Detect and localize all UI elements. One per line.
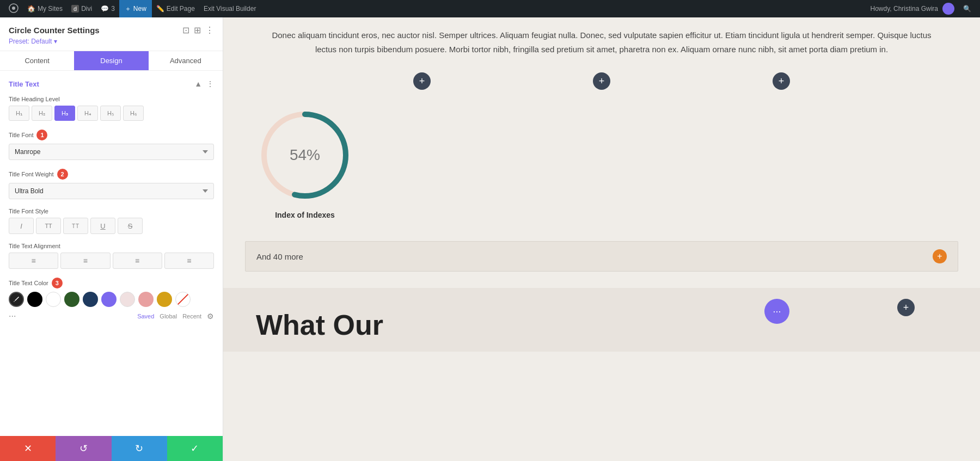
divi-menu[interactable]: d Divi <box>67 0 96 17</box>
panel-footer: ✕ ↺ ↻ ✓ <box>0 436 223 461</box>
navy-swatch[interactable] <box>83 292 98 307</box>
heading-btn-h2[interactable]: H₂ <box>32 106 52 121</box>
home-icon: 🏠 <box>27 5 35 13</box>
undo-button[interactable]: ↺ <box>56 436 111 461</box>
eyedropper-swatch[interactable] <box>9 292 24 307</box>
divi-icon: d <box>71 5 79 13</box>
comments-menu[interactable]: 💬 3 <box>96 0 119 17</box>
step3-badge: 3 <box>52 278 63 288</box>
red-stroke-swatch[interactable] <box>175 292 191 307</box>
monospace-btn[interactable]: TT <box>36 218 61 234</box>
counter-label: Index of Indexes <box>275 211 335 219</box>
user-info: Howdy, Christina Gwira 🔍 <box>866 3 976 15</box>
global-label[interactable]: Global <box>160 313 177 319</box>
tab-advanced[interactable]: Advanced <box>149 51 223 70</box>
align-right-btn[interactable]: ≡ <box>113 253 162 269</box>
panel-title-icons: ⊡ ⊞ ⋮ <box>182 25 214 35</box>
section-collapse-icon[interactable]: ▲ <box>194 79 202 88</box>
wp-logo[interactable] <box>4 0 23 17</box>
heading-btn-h4[interactable]: H₄ <box>77 106 98 121</box>
search-button[interactable]: 🔍 <box>959 5 976 13</box>
circle-svg-wrapper: 54% <box>256 106 354 204</box>
what-our-section: What Our ··· + <box>223 288 980 352</box>
exit-builder-button[interactable]: Exit Visual Builder <box>199 0 261 17</box>
panel-menu-icon[interactable]: ⋮ <box>205 25 214 35</box>
light-pink-swatch[interactable] <box>120 292 135 307</box>
recent-label[interactable]: Recent <box>182 313 201 319</box>
align-center-btn[interactable]: ≡ <box>60 253 110 269</box>
section-more-icon[interactable]: ⋮ <box>206 79 214 88</box>
font-style-buttons: I TT Tt U S <box>9 218 214 234</box>
add-row-btn[interactable]: + <box>897 299 915 316</box>
confirm-button[interactable]: ✓ <box>167 436 223 461</box>
add-column-btn-3[interactable]: + <box>773 72 790 90</box>
counter-value: 54% <box>290 146 320 164</box>
font-style-label: Title Font Style <box>9 208 214 214</box>
redo-icon: ↻ <box>135 442 143 454</box>
purple-dots-button[interactable]: ··· <box>764 299 789 324</box>
wp-icon <box>9 3 19 15</box>
color-swatches <box>9 292 214 307</box>
heading-btn-h3[interactable]: H₃ <box>54 106 75 121</box>
align-justify-btn[interactable]: ≡ <box>164 253 214 269</box>
howdy-label[interactable]: Howdy, Christina Gwira <box>866 3 959 15</box>
font-select[interactable]: Manrope <box>9 144 214 160</box>
text-alignment-row: Title Text Alignment ≡ ≡ ≡ ≡ <box>9 243 214 269</box>
font-style-row: Title Font Style I TT Tt U S <box>9 208 214 234</box>
panel-resize-icon[interactable]: ⊡ <box>182 25 189 35</box>
alignment-buttons: ≡ ≡ ≡ ≡ <box>9 253 214 269</box>
underline-btn[interactable]: U <box>90 218 115 234</box>
cancel-button[interactable]: ✕ <box>0 436 56 461</box>
font-weight-row: Title Font Weight 2 Ultra Bold <box>9 169 214 199</box>
undo-icon: ↺ <box>79 442 88 454</box>
my-sites-menu[interactable]: 🏠 My Sites <box>23 0 67 17</box>
saved-label[interactable]: Saved <box>137 313 154 319</box>
tab-content[interactable]: Content <box>0 51 74 70</box>
add-column-btn-2[interactable]: + <box>593 72 610 90</box>
plus-icon: ＋ <box>125 4 131 14</box>
text-alignment-label: Title Text Alignment <box>9 243 214 249</box>
and-more-plus-btn[interactable]: + <box>933 249 947 263</box>
heading-btn-h1[interactable]: H₁ <box>9 106 29 121</box>
add-column-btn-1[interactable]: + <box>413 72 431 90</box>
more-colors-dots[interactable]: ··· <box>9 311 16 321</box>
user-avatar <box>942 3 954 15</box>
admin-bar: 🏠 My Sites d Divi 💬 3 ＋ New ✏️ Edit Page… <box>0 0 980 17</box>
font-weight-label: Title Font Weight 2 <box>9 169 214 180</box>
redo-button[interactable]: ↻ <box>112 436 167 461</box>
settings-panel: Circle Counter Settings ⊡ ⊞ ⋮ Preset: De… <box>0 17 223 461</box>
gold-swatch[interactable] <box>157 292 172 307</box>
tab-design[interactable]: Design <box>74 51 148 70</box>
heading-level-label: Title Heading Level <box>9 96 214 102</box>
font-weight-select[interactable]: Ultra Bold <box>9 183 214 199</box>
and-more-text: And 40 more <box>256 252 303 261</box>
purple-swatch[interactable] <box>101 292 117 307</box>
page-content: Donec aliquam tincidunt eros, nec auctor… <box>223 17 980 461</box>
black-swatch[interactable] <box>27 292 42 307</box>
edit-page-button[interactable]: ✏️ Edit Page <box>152 0 199 17</box>
caps-btn[interactable]: Tt <box>63 218 88 234</box>
title-text-section-title: Title Text <box>9 80 39 88</box>
panel-header: Circle Counter Settings ⊡ ⊞ ⋮ Preset: De… <box>0 17 223 51</box>
preset-chevron-icon: ▾ <box>54 38 57 45</box>
heading-btn-h6[interactable]: H₆ <box>123 106 144 121</box>
cancel-icon: ✕ <box>24 442 32 454</box>
panel-layout-icon[interactable]: ⊞ <box>194 25 201 35</box>
counter-section: 54% Index of Indexes <box>223 95 980 230</box>
panel-preset[interactable]: Preset: Default ▾ <box>9 38 214 45</box>
body-text: Donec aliquam tincidunt eros, nec auctor… <box>223 17 980 72</box>
column-add-row: + + + <box>223 72 980 90</box>
white-swatch[interactable] <box>46 292 61 307</box>
new-button[interactable]: ＋ New <box>119 0 152 17</box>
pink-swatch[interactable] <box>138 292 154 307</box>
main-layout: Circle Counter Settings ⊡ ⊞ ⋮ Preset: De… <box>0 17 980 461</box>
strikethrough-btn[interactable]: S <box>118 218 143 234</box>
heading-btn-h5[interactable]: H₅ <box>100 106 121 121</box>
title-text-section-header: Title Text ▲ ⋮ <box>9 79 214 88</box>
panel-content: Title Text ▲ ⋮ Title Heading Level H₁ H₂… <box>0 71 223 436</box>
align-left-btn[interactable]: ≡ <box>9 253 58 269</box>
color-settings-icon[interactable]: ⚙ <box>207 312 214 321</box>
circle-counter: 54% Index of Indexes <box>256 106 354 219</box>
italic-btn[interactable]: I <box>9 218 34 234</box>
dark-green-swatch[interactable] <box>64 292 79 307</box>
